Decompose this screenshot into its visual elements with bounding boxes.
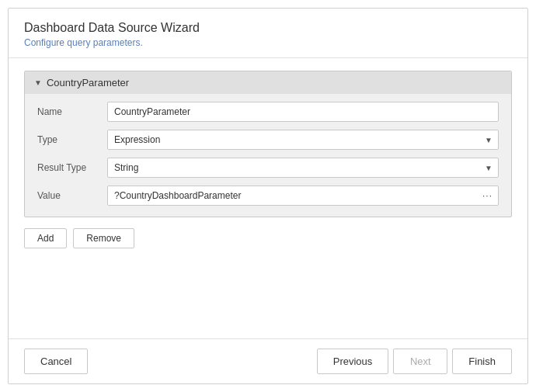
footer-left: Cancel	[24, 349, 88, 374]
previous-button[interactable]: Previous	[317, 349, 389, 374]
type-select-wrapper: Expression Static Dynamic ▼	[107, 130, 499, 150]
param-section: ▼ CountryParameter Name Type Expression …	[24, 71, 512, 217]
value-field-row: Value ···	[37, 186, 499, 206]
type-label: Type	[37, 134, 107, 145]
param-header-label: CountryParameter	[47, 77, 129, 88]
value-input[interactable]	[107, 186, 499, 206]
cancel-button[interactable]: Cancel	[24, 349, 88, 374]
result-type-label: Result Type	[37, 162, 107, 173]
name-field-row: Name	[37, 102, 499, 122]
remove-button[interactable]: Remove	[73, 228, 134, 248]
param-body: Name Type Expression Static Dynamic ▼	[25, 94, 511, 217]
wizard-title: Dashboard Data Source Wizard	[24, 21, 512, 35]
name-input[interactable]	[107, 102, 499, 122]
footer-right: Previous Next Finish	[317, 349, 512, 374]
value-label: Value	[37, 190, 107, 201]
add-button[interactable]: Add	[24, 228, 67, 248]
add-remove-row: Add Remove	[24, 228, 512, 248]
wizard-footer: Cancel Previous Next Finish	[9, 338, 527, 383]
wizard-subtitle: Configure query parameters.	[24, 37, 512, 48]
result-type-field-row: Result Type String Integer Float Boolean…	[37, 158, 499, 178]
wizard-header: Dashboard Data Source Wizard Configure q…	[9, 9, 527, 58]
param-header: ▼ CountryParameter	[25, 71, 511, 94]
wizard-container: Dashboard Data Source Wizard Configure q…	[8, 8, 528, 384]
value-ellipsis-button[interactable]: ···	[482, 190, 492, 201]
type-select[interactable]: Expression Static Dynamic	[107, 130, 499, 150]
result-type-select[interactable]: String Integer Float Boolean	[107, 158, 499, 178]
wizard-body: ▼ CountryParameter Name Type Expression …	[9, 58, 527, 338]
value-input-wrapper: ···	[107, 186, 499, 206]
next-button[interactable]: Next	[393, 349, 447, 374]
name-label: Name	[37, 106, 107, 117]
type-field-row: Type Expression Static Dynamic ▼	[37, 130, 499, 150]
finish-button[interactable]: Finish	[452, 349, 512, 374]
result-type-select-wrapper: String Integer Float Boolean ▼	[107, 158, 499, 178]
collapse-arrow-icon[interactable]: ▼	[34, 78, 42, 87]
